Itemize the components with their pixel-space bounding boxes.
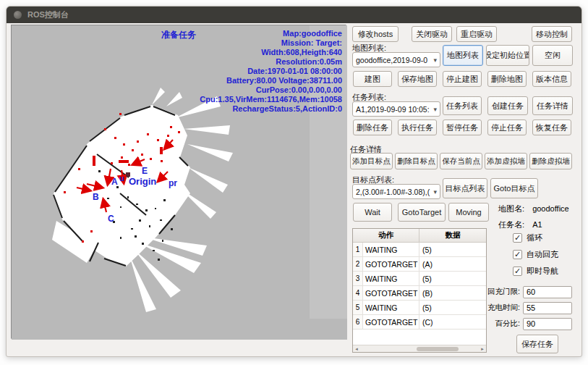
checkbox-label: 循环 bbox=[527, 232, 542, 243]
setting-row: 回充门限: bbox=[481, 285, 572, 298]
waypoint-pr[interactable]: pr bbox=[169, 178, 177, 188]
create-task-button[interactable]: 创建任务 bbox=[487, 96, 528, 115]
build-map-button[interactable]: 建图 bbox=[353, 71, 392, 87]
map-list-dropdown[interactable]: goodoffice,2019-09-0 ▾ bbox=[352, 52, 440, 67]
edit-hosts-button[interactable]: 修改hosts bbox=[352, 26, 399, 42]
task-detail-button[interactable]: 任务详情 bbox=[532, 96, 573, 115]
waypoint-origin[interactable]: Origin bbox=[129, 176, 156, 187]
version-info-button[interactable]: 版本信息 bbox=[532, 71, 571, 87]
scroll-right-icon[interactable]: ▸ bbox=[479, 345, 486, 352]
stop-build-map-button[interactable]: 停止建图 bbox=[443, 71, 482, 87]
checkbox[interactable]: ✓ bbox=[513, 267, 522, 276]
setting-row: 百分比: bbox=[481, 317, 572, 330]
robot-info-line: Date:1970-01-01 08:00:00 bbox=[118, 67, 342, 76]
checkbox-label: 自动回充 bbox=[527, 249, 558, 260]
resume-task-button[interactable]: 恢复任务 bbox=[532, 119, 571, 135]
moving-button[interactable]: Moving bbox=[448, 203, 489, 222]
stop-task-button[interactable]: 停止任务 bbox=[487, 119, 527, 135]
add-target-point-button[interactable]: 添加目标点 bbox=[350, 153, 393, 169]
waypoint-e[interactable]: E bbox=[142, 166, 148, 176]
move-control-button[interactable]: 移动控制 bbox=[532, 26, 572, 42]
waypoint-a[interactable]: A bbox=[111, 177, 118, 187]
delete-task-button[interactable]: 删除任务 bbox=[353, 119, 392, 135]
robot-info-line: Width:608,Heigth:640 bbox=[118, 48, 342, 57]
save-task-button[interactable]: 保存任务 bbox=[516, 335, 558, 353]
table-row[interactable]: 3 WAITING (5) bbox=[353, 272, 486, 286]
map-list-dropdown-value: goodoffice,2019-09-0 bbox=[356, 56, 427, 64]
waypoint-c[interactable]: C bbox=[108, 214, 114, 224]
task-list-button[interactable]: 任务列表 bbox=[443, 96, 482, 115]
setting-label: 充电时间: bbox=[481, 303, 520, 313]
chevron-down-icon: ▾ bbox=[430, 106, 440, 113]
scroll-left-icon[interactable]: ◂ bbox=[353, 345, 360, 352]
setting-input[interactable] bbox=[523, 286, 572, 298]
table-horizontal-scrollbar[interactable]: ◂ ▸ bbox=[353, 345, 486, 352]
restart-driver-button[interactable]: 重启驱动 bbox=[456, 26, 497, 42]
save-current-point-button[interactable]: 保存当前点 bbox=[440, 153, 482, 169]
setting-input[interactable] bbox=[523, 302, 572, 314]
chevron-down-icon: ▾ bbox=[430, 188, 440, 196]
idle-button[interactable]: 空闲 bbox=[532, 45, 573, 66]
table-row[interactable]: 2 GOTOTARGET (A) bbox=[353, 257, 486, 272]
app-icon bbox=[14, 11, 22, 19]
target-point-list-button[interactable]: 目标点列表 bbox=[443, 178, 487, 198]
row-number: 1 bbox=[353, 243, 363, 256]
row-data: (B) bbox=[419, 286, 486, 300]
checkbox[interactable]: ✓ bbox=[513, 233, 522, 243]
title-bar[interactable]: ROS控制台 bbox=[7, 7, 581, 23]
save-map-button[interactable]: 保存地图 bbox=[398, 71, 437, 87]
row-action: WAITING bbox=[363, 243, 419, 256]
waypoint-u[interactable]: u bbox=[119, 174, 124, 182]
row-action: GOTOTARGET bbox=[363, 286, 419, 300]
table-header: 动作 数据 bbox=[353, 229, 486, 243]
data-column-header[interactable]: 数据 bbox=[419, 229, 486, 242]
checkbox-row: ✓ 即时导航 bbox=[513, 266, 558, 276]
action-column-header[interactable]: 动作 bbox=[353, 229, 419, 242]
row-data: (5) bbox=[419, 301, 486, 314]
waypoint-b[interactable]: B bbox=[93, 192, 99, 202]
task-name-row: 任务名: A1 bbox=[498, 219, 542, 230]
delete-target-point-button[interactable]: 删除目标点 bbox=[395, 153, 438, 169]
task-action-table[interactable]: 动作 数据 1 WAITING (5) 2 GOTOTARGET (A) 3 bbox=[352, 228, 487, 353]
checkbox-row: ✓ 循环 bbox=[513, 232, 558, 243]
delete-map-button[interactable]: 删除地图 bbox=[487, 71, 527, 87]
table-row[interactable]: 4 GOTOTARGET (B) bbox=[353, 286, 486, 301]
map-name-row: 地图名: goodoffice bbox=[498, 204, 569, 214]
task-options: ✓ 循环 ✓ 自动回充 ✓ 即时导航 bbox=[513, 232, 558, 282]
scrollbar-thumb[interactable] bbox=[417, 347, 459, 351]
task-list-dropdown[interactable]: A1,2019-09-09 10:05: ▾ bbox=[352, 101, 440, 117]
checkbox-row: ✓ 自动回充 bbox=[513, 249, 558, 259]
map-name-label: 地图名: bbox=[498, 204, 524, 213]
chevron-down-icon: ▾ bbox=[430, 56, 440, 64]
map-list-button[interactable]: 地图列表 bbox=[443, 45, 483, 66]
robot-info-line: CurPose:0.00,0.00,0.00 bbox=[118, 85, 342, 95]
target-list-dropdown[interactable]: 2,(3.00#-1.00#-3.08),( ▾ bbox=[352, 184, 440, 199]
target-list-dropdown-value: 2,(3.00#-1.00#-3.08),( bbox=[356, 188, 430, 196]
gototarget-button[interactable]: GotoTarget bbox=[398, 203, 446, 222]
robot-info-line: Mission: Target: bbox=[118, 38, 342, 48]
robot-info-line: Map:goodoffice bbox=[118, 29, 342, 38]
wait-button[interactable]: Wait bbox=[353, 203, 392, 222]
map-view[interactable]: A u B C E Origin pr 准备任务 Map:goodofficeM… bbox=[11, 25, 346, 339]
execute-task-button[interactable]: 执行任务 bbox=[398, 119, 437, 135]
checkbox-label: 即时导航 bbox=[527, 266, 558, 277]
goto-target-button[interactable]: Goto目标点 bbox=[490, 178, 538, 198]
add-virtual-wall-button[interactable]: 添加虚拟墙 bbox=[485, 153, 527, 169]
row-action: WAITING bbox=[363, 301, 419, 314]
row-number: 3 bbox=[353, 272, 363, 285]
pause-task-button[interactable]: 暂停任务 bbox=[443, 119, 482, 135]
row-number: 4 bbox=[353, 286, 363, 300]
table-row[interactable]: 5 WAITING (5) bbox=[353, 301, 486, 315]
close-driver-button[interactable]: 关闭驱动 bbox=[412, 26, 452, 42]
set-initial-pose-button[interactable]: 设定初始位置 bbox=[486, 45, 529, 66]
setting-row: 充电时间: bbox=[481, 301, 572, 314]
robot-info-line: Cpu:1.35,VirMem:1114676,Mem:10058 bbox=[118, 95, 342, 104]
row-data: (A) bbox=[419, 257, 486, 271]
table-row[interactable]: 1 WAITING (5) bbox=[353, 243, 486, 257]
setting-input[interactable] bbox=[523, 318, 572, 330]
row-number: 6 bbox=[353, 315, 363, 329]
checkbox[interactable]: ✓ bbox=[513, 250, 522, 259]
delete-virtual-wall-button[interactable]: 删除虚拟墙 bbox=[529, 153, 572, 169]
row-data: (5) bbox=[419, 272, 486, 285]
table-row[interactable]: 6 GOTOTARGET (C) bbox=[353, 315, 486, 330]
